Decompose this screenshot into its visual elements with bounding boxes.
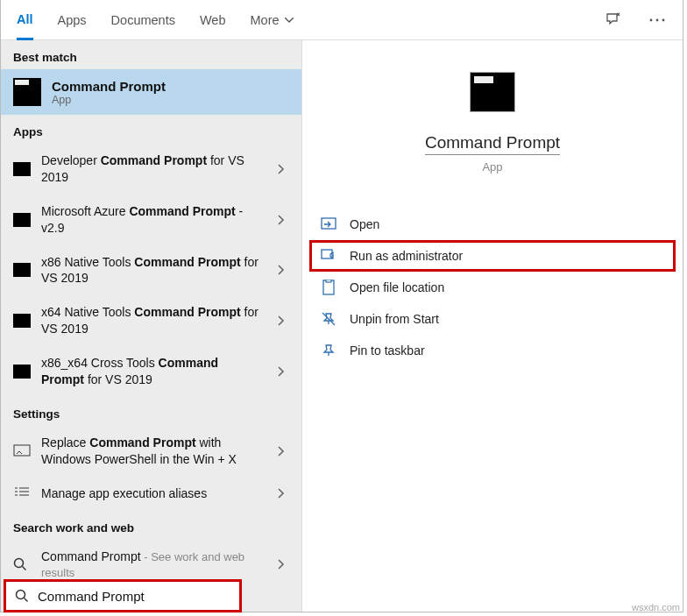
web-result-label: Command Prompt - See work and web result… <box>41 549 263 582</box>
settings-icon <box>13 486 31 500</box>
cmd-icon <box>13 213 31 227</box>
ellipsis-icon[interactable] <box>648 11 667 30</box>
settings-result-item[interactable]: Manage app execution aliases <box>1 477 301 511</box>
cmd-icon <box>13 263 31 277</box>
app-result-label: x86_x64 Cross Tools Command Prompt for V… <box>41 355 263 388</box>
action-unpin-start[interactable]: Unpin from Start <box>309 303 676 335</box>
preview-cmd-icon <box>470 72 515 112</box>
action-open-location[interactable]: Open file location <box>309 272 676 303</box>
chevron-right-icon[interactable] <box>273 446 289 457</box>
search-input[interactable] <box>38 589 230 604</box>
pin-icon <box>320 343 337 358</box>
best-match-item[interactable]: Command Prompt App <box>1 69 301 115</box>
app-result-label: Developer Command Prompt for VS 2019 <box>41 152 263 186</box>
chevron-down-icon <box>285 18 294 23</box>
chevron-right-icon[interactable] <box>273 559 289 570</box>
cmd-icon <box>13 314 31 328</box>
svg-rect-3 <box>14 445 30 456</box>
settings-result-label: Replace Command Prompt with Windows Powe… <box>41 435 263 468</box>
admin-icon <box>320 248 337 264</box>
settings-result-label: Manage app execution aliases <box>41 485 263 502</box>
app-result-label: Microsoft Azure Command Prompt - v2.9 <box>41 203 263 237</box>
chevron-right-icon[interactable] <box>273 366 289 377</box>
settings-icon <box>13 444 31 458</box>
cmd-icon <box>13 365 31 379</box>
action-pin-taskbar-label: Pin to taskbar <box>350 343 425 358</box>
tab-apps[interactable]: Apps <box>58 0 87 39</box>
search-icon <box>13 557 31 571</box>
search-icon <box>15 589 29 603</box>
tab-all[interactable]: All <box>17 1 33 40</box>
search-bar[interactable] <box>4 579 242 612</box>
svg-point-1 <box>656 18 659 21</box>
app-result-label: x86 Native Tools Command Prompt for VS 2… <box>41 254 263 287</box>
action-unpin-start-label: Unpin from Start <box>350 312 439 326</box>
best-match-subtitle: App <box>52 94 166 106</box>
action-run-admin[interactable]: Run as administrator <box>309 240 676 272</box>
app-result-item[interactable]: x86 Native Tools Command Prompt for VS 2… <box>1 245 301 296</box>
cmd-icon <box>13 162 31 176</box>
app-result-item[interactable]: Developer Command Prompt for VS 2019 <box>1 144 301 195</box>
app-result-item[interactable]: x64 Native Tools Command Prompt for VS 2… <box>1 295 301 346</box>
results-panel: Best match Command Prompt App Apps Devel… <box>1 40 302 612</box>
tab-more[interactable]: More <box>251 0 294 39</box>
svg-rect-5 <box>322 218 336 229</box>
search-tabs: All Apps Documents Web More <box>1 0 683 40</box>
chevron-right-icon[interactable] <box>273 215 289 225</box>
action-run-admin-label: Run as administrator <box>350 249 463 263</box>
tab-documents[interactable]: Documents <box>111 0 175 39</box>
action-open[interactable]: Open <box>309 209 676 240</box>
section-settings: Settings <box>1 397 301 426</box>
section-apps: Apps <box>1 115 301 144</box>
svg-point-9 <box>17 591 25 599</box>
cmd-icon <box>13 78 41 106</box>
section-best-match: Best match <box>1 40 301 69</box>
section-web: Search work and web <box>1 511 301 540</box>
app-result-item[interactable]: x86_x64 Cross Tools Command Prompt for V… <box>1 346 301 397</box>
action-open-location-label: Open file location <box>350 280 444 294</box>
chevron-right-icon[interactable] <box>273 315 289 326</box>
preview-subtitle: App <box>482 160 502 173</box>
action-open-label: Open <box>350 217 379 231</box>
svg-point-2 <box>662 18 665 21</box>
chevron-right-icon[interactable] <box>273 488 289 499</box>
best-match-title: Command Prompt <box>52 79 166 94</box>
svg-point-0 <box>650 18 653 21</box>
open-icon <box>320 216 337 232</box>
chevron-right-icon[interactable] <box>273 164 289 174</box>
folder-icon <box>320 280 337 295</box>
watermark: wsxdn.com <box>632 602 680 612</box>
tab-more-label: More <box>251 13 280 27</box>
unpin-icon <box>320 311 337 327</box>
preview-title: Command Prompt <box>425 133 560 155</box>
feedback-icon[interactable] <box>604 11 623 30</box>
svg-point-4 <box>15 559 24 568</box>
tab-web[interactable]: Web <box>200 0 226 39</box>
app-result-item[interactable]: Microsoft Azure Command Prompt - v2.9 <box>1 195 301 245</box>
svg-rect-8 <box>326 280 331 282</box>
settings-result-item[interactable]: Replace Command Prompt with Windows Powe… <box>1 426 301 477</box>
preview-panel: Command Prompt App Open Run as administr… <box>302 40 683 612</box>
chevron-right-icon[interactable] <box>273 265 289 275</box>
app-result-label: x64 Native Tools Command Prompt for VS 2… <box>41 304 263 337</box>
action-pin-taskbar[interactable]: Pin to taskbar <box>309 335 676 366</box>
